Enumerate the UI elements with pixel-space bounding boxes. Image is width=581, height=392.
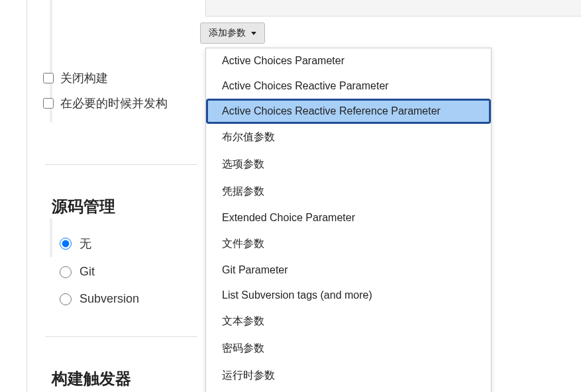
build-trigger-section: 构建触发器 (52, 352, 131, 392)
dropdown-item-3[interactable]: 布尔值参数 (206, 124, 491, 151)
scm-radio-git-label: Git (79, 265, 95, 279)
checkbox-group: 关闭构建 在必要的时候并发构 (20, 60, 168, 111)
dropdown-item-8[interactable]: Git Parameter (206, 258, 491, 283)
scm-radio-git[interactable]: Git (54, 265, 139, 279)
parameter-dropdown-menu: Active Choices ParameterActive Choices R… (205, 48, 492, 392)
concurrent-build-checkbox[interactable] (43, 98, 54, 109)
scm-radio-svn[interactable]: Subversion (54, 292, 139, 306)
dropdown-item-1[interactable]: Active Choices Reactive Parameter (206, 74, 491, 99)
dropdown-item-10[interactable]: 文本参数 (206, 308, 491, 335)
dropdown-item-11[interactable]: 密码参数 (206, 335, 491, 362)
dropdown-item-4[interactable]: 选项参数 (206, 151, 491, 178)
add-parameter-label: 添加参数 (209, 27, 246, 39)
concurrent-build-label: 在必要的时候并发构 (60, 95, 168, 111)
checkbox-row-disable-build[interactable]: 关闭构建 (20, 70, 168, 86)
dropdown-item-6[interactable]: Extended Choice Parameter (206, 205, 491, 230)
page-left-border (26, 0, 27, 392)
section-divider-2 (45, 336, 197, 337)
scm-radio-git-input[interactable] (60, 266, 72, 278)
dropdown-item-9[interactable]: List Subversion tags (and more) (206, 283, 491, 308)
disable-build-checkbox[interactable] (43, 73, 54, 83)
dropdown-item-13[interactable]: 字符参数 (206, 389, 491, 392)
scm-radio-none[interactable]: 无 (54, 236, 139, 252)
scm-section: 源码管理 无 Git Subversion (52, 180, 139, 319)
scm-radio-svn-input[interactable] (60, 293, 72, 305)
section-divider (45, 164, 197, 165)
scm-heading: 源码管理 (52, 196, 139, 217)
build-trigger-heading: 构建触发器 (52, 368, 131, 389)
add-parameter-button[interactable]: 添加参数 (200, 23, 265, 44)
caret-down-icon (251, 32, 256, 35)
dropdown-item-2[interactable]: Active Choices Reactive Reference Parame… (206, 99, 491, 124)
scm-radio-group: 无 Git Subversion (52, 236, 139, 306)
scm-radio-svn-label: Subversion (79, 292, 139, 306)
top-panel-area (205, 0, 581, 17)
dropdown-item-0[interactable]: Active Choices Parameter (206, 48, 491, 74)
dropdown-item-12[interactable]: 运行时参数 (206, 362, 491, 389)
checkbox-row-concurrent-build[interactable]: 在必要的时候并发构 (20, 95, 168, 111)
disable-build-label: 关闭构建 (60, 70, 108, 86)
dropdown-item-7[interactable]: 文件参数 (206, 230, 491, 258)
scm-radio-none-input[interactable] (60, 238, 72, 250)
dropdown-item-5[interactable]: 凭据参数 (206, 178, 491, 205)
scm-radio-none-label: 无 (79, 236, 91, 252)
